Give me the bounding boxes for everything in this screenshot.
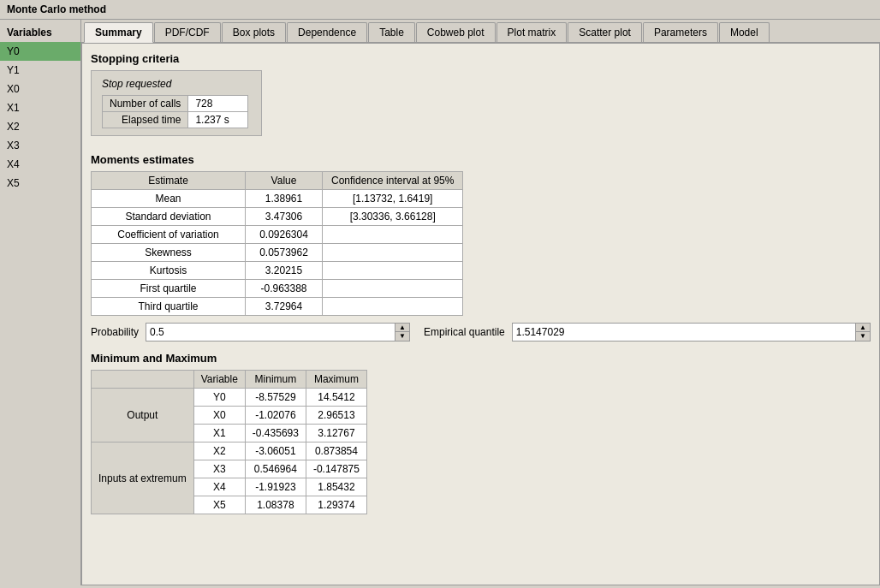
- tab-table[interactable]: Table: [368, 22, 415, 42]
- probability-input[interactable]: [146, 324, 395, 340]
- elapsed-time-value: 1.237 s: [188, 112, 248, 128]
- tabs-container: SummaryPDF/CDFBox plotsDependenceTableCo…: [84, 22, 770, 42]
- minmax-minimum: 1.08378: [245, 496, 306, 514]
- moments-section: Moments estimates Estimate Value Confide…: [91, 153, 871, 316]
- moments-ci: [323, 262, 463, 280]
- minmax-maximum: 14.5412: [306, 389, 366, 407]
- minmax-variable: X5: [193, 496, 245, 514]
- moments-tbody: Mean1.38961[1.13732, 1.6419]Standard dev…: [92, 190, 463, 316]
- minmax-col-minimum: Minimum: [245, 371, 306, 389]
- moments-row: Coefficient of variation0.0926304: [92, 226, 463, 244]
- moments-estimate: First quartile: [92, 280, 246, 298]
- sidebar-item-y0[interactable]: Y0: [0, 42, 80, 61]
- probability-row: Probability ▲ ▼ Empirical quantile ▲ ▼: [91, 323, 871, 342]
- moments-ci: [1.13732, 1.6419]: [323, 190, 463, 208]
- moments-title: Moments estimates: [91, 153, 871, 166]
- moments-value: 3.72964: [246, 298, 323, 316]
- moments-col-ci: Confidence interval at 95%: [323, 172, 463, 190]
- minmax-minimum: -1.02076: [245, 407, 306, 425]
- minmax-minimum: -8.57529: [245, 389, 306, 407]
- stop-table: Number of calls 728 Elapsed time 1.237 s: [102, 95, 248, 128]
- emp-quantile-down-button[interactable]: ▼: [856, 332, 870, 341]
- empirical-quantile-wrap[interactable]: ▲ ▼: [512, 323, 871, 342]
- moments-estimate: Standard deviation: [92, 208, 246, 226]
- minmax-minimum: -3.06051: [245, 442, 306, 460]
- empirical-quantile-label: Empirical quantile: [424, 326, 505, 338]
- tab-summary[interactable]: Summary: [84, 22, 153, 43]
- sidebar-item-y1[interactable]: Y1: [0, 61, 80, 80]
- content-area: SummaryPDF/CDFBox plotsDependenceTableCo…: [81, 20, 880, 585]
- minmax-header-row: Variable Minimum Maximum: [92, 371, 367, 389]
- minmax-row: Inputs at extremumX2-3.060510.873854: [92, 442, 367, 460]
- moments-estimate: Kurtosis: [92, 262, 246, 280]
- moments-row: First quartile-0.963388: [92, 280, 463, 298]
- stopping-criteria-section: Stopping criteria Stop requested Number …: [91, 52, 871, 145]
- elapsed-time-label: Elapsed time: [103, 112, 188, 128]
- sidebar-item-x4[interactable]: X4: [0, 155, 80, 174]
- stopping-criteria-title: Stopping criteria: [91, 52, 871, 65]
- minmax-variable: X2: [193, 442, 245, 460]
- moments-ci: [323, 226, 463, 244]
- minmax-variable: Y0: [193, 389, 245, 407]
- sidebar-item-x1[interactable]: X1: [0, 98, 80, 117]
- minmax-variable: X0: [193, 407, 245, 425]
- tabs-bar: SummaryPDF/CDFBox plotsDependenceTableCo…: [81, 20, 880, 43]
- sidebar-item-x5[interactable]: X5: [0, 174, 80, 193]
- moments-table: Estimate Value Confidence interval at 95…: [91, 171, 463, 316]
- minmax-section: Minimum and Maximum Variable Minimum Max…: [91, 352, 871, 514]
- tab-dependence[interactable]: Dependence: [287, 22, 367, 42]
- minmax-row: OutputY0-8.5752914.5412: [92, 389, 367, 407]
- moments-row: Third quartile3.72964: [92, 298, 463, 316]
- minmax-variable: X1: [193, 425, 245, 442]
- minmax-maximum: 3.12767: [306, 425, 366, 442]
- sidebar-item-x2[interactable]: X2: [0, 117, 80, 136]
- moments-row: Standard deviation3.47306[3.30336, 3.661…: [92, 208, 463, 226]
- emp-quantile-up-button[interactable]: ▲: [856, 324, 870, 332]
- tab-pdf-cdf[interactable]: PDF/CDF: [154, 22, 221, 42]
- minmax-row-header: Inputs at extremum: [92, 442, 194, 514]
- minmax-maximum: 1.85432: [306, 478, 366, 496]
- probability-up-button[interactable]: ▲: [395, 324, 409, 332]
- minmax-col-rowheader: [92, 371, 194, 389]
- minmax-col-variable: Variable: [193, 371, 245, 389]
- moments-row: Kurtosis3.20215: [92, 262, 463, 280]
- empirical-quantile-input[interactable]: [513, 324, 855, 340]
- probability-down-button[interactable]: ▼: [395, 332, 409, 341]
- app-title: Monte Carlo method: [7, 3, 106, 15]
- elapsed-time-row: Elapsed time 1.237 s: [103, 112, 248, 128]
- minmax-tbody: OutputY0-8.5752914.5412X0-1.020762.96513…: [92, 389, 367, 514]
- tab-cobweb-plot[interactable]: Cobweb plot: [416, 22, 496, 42]
- moments-col-estimate: Estimate: [92, 172, 246, 190]
- minmax-table: Variable Minimum Maximum OutputY0-8.5752…: [91, 370, 367, 514]
- moments-row: Skewness0.0573962: [92, 244, 463, 262]
- tab-model[interactable]: Model: [719, 22, 770, 42]
- minmax-minimum: -0.435693: [245, 425, 306, 442]
- tab-content-summary: Stopping criteria Stop requested Number …: [81, 43, 880, 585]
- moments-ci: [323, 298, 463, 316]
- empirical-quantile-spinner: ▲ ▼: [855, 324, 870, 341]
- stop-requested-label: Stop requested: [102, 78, 251, 90]
- number-of-calls-value: 728: [188, 96, 248, 112]
- moments-estimate: Coefficient of variation: [92, 226, 246, 244]
- moments-value: 1.38961: [246, 190, 323, 208]
- moments-ci: [3.30336, 3.66128]: [323, 208, 463, 226]
- moments-value: 3.47306: [246, 208, 323, 226]
- sidebar-items-container: Y0Y1X0X1X2X3X4X5: [0, 42, 80, 193]
- moments-value: -0.963388: [246, 280, 323, 298]
- tab-plot-matrix[interactable]: Plot matrix: [496, 22, 568, 42]
- tab-parameters[interactable]: Parameters: [643, 22, 718, 42]
- probability-input-wrap[interactable]: ▲ ▼: [146, 323, 410, 342]
- sidebar-item-x0[interactable]: X0: [0, 80, 80, 98]
- title-bar: Monte Carlo method: [0, 0, 880, 20]
- minmax-maximum: 1.29374: [306, 496, 366, 514]
- minmax-variable: X3: [193, 460, 245, 478]
- moments-value: 0.0573962: [246, 244, 323, 262]
- tab-scatter-plot[interactable]: Scatter plot: [568, 22, 642, 42]
- sidebar-item-x3[interactable]: X3: [0, 136, 80, 155]
- moments-value: 0.0926304: [246, 226, 323, 244]
- moments-row: Mean1.38961[1.13732, 1.6419]: [92, 190, 463, 208]
- minmax-variable: X4: [193, 478, 245, 496]
- tab-box-plots[interactable]: Box plots: [222, 22, 286, 42]
- minmax-col-maximum: Maximum: [306, 371, 366, 389]
- minmax-minimum: -1.91923: [245, 478, 306, 496]
